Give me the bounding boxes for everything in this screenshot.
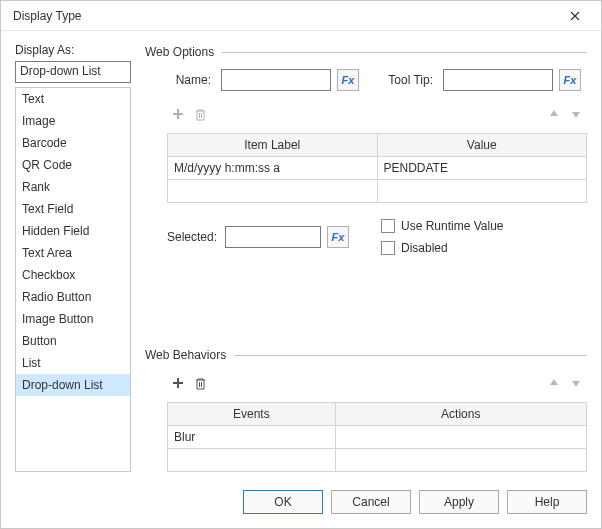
titlebar: Display Type xyxy=(1,1,601,31)
list-item[interactable]: Text xyxy=(16,88,130,110)
item-label-cell: M/d/yyyy h:mm:ss a xyxy=(168,157,378,180)
web-behaviors-header: Web Behaviors xyxy=(145,348,587,362)
selected-fx-button[interactable]: Fx xyxy=(327,226,349,248)
web-options-label: Web Options xyxy=(145,45,214,59)
action-cell xyxy=(335,426,586,449)
web-behaviors-label: Web Behaviors xyxy=(145,348,226,362)
value-col: Value xyxy=(377,134,587,157)
tooltip-input[interactable] xyxy=(443,69,553,91)
apply-button[interactable]: Apply xyxy=(419,490,499,514)
list-item[interactable]: Image xyxy=(16,110,130,132)
use-runtime-row: Use Runtime Value xyxy=(381,219,504,233)
divider xyxy=(234,355,587,356)
behaviors-table-header: Events Actions xyxy=(168,403,587,426)
right-column: Web Options Name: Fx Tool Tip: Fx xyxy=(145,43,587,472)
add-row-icon[interactable] xyxy=(167,103,189,125)
display-as-select[interactable]: Drop-down List xyxy=(15,61,131,83)
list-item[interactable]: Button xyxy=(16,330,130,352)
name-label: Name: xyxy=(167,73,211,87)
close-button[interactable] xyxy=(557,4,593,28)
use-runtime-checkbox[interactable] xyxy=(381,219,395,233)
list-item[interactable]: List xyxy=(16,352,130,374)
options-table-header: Item Label Value xyxy=(168,134,587,157)
list-item[interactable]: Rank xyxy=(16,176,130,198)
delete-row-icon[interactable] xyxy=(189,103,211,125)
table-row[interactable]: M/d/yyyy h:mm:ss aPENDDATE xyxy=(168,157,587,180)
list-item[interactable]: Checkbox xyxy=(16,264,130,286)
move-down-icon[interactable] xyxy=(565,103,587,125)
table-row-empty[interactable] xyxy=(168,449,587,472)
value-cell: PENDDATE xyxy=(377,157,587,180)
table-row[interactable]: Blur xyxy=(168,426,587,449)
disabled-label: Disabled xyxy=(401,241,448,255)
selected-row: Selected: Fx Use Runtime Value Disabled xyxy=(145,219,587,255)
list-item[interactable]: Text Field xyxy=(16,198,130,220)
options-table[interactable]: Item Label Value M/d/yyyy h:mm:ss aPENDD… xyxy=(167,133,587,203)
dialog-body: Display As: Drop-down List TextImageBarc… xyxy=(1,31,601,480)
name-input[interactable] xyxy=(221,69,331,91)
name-fx-button[interactable]: Fx xyxy=(337,69,359,91)
actions-col: Actions xyxy=(335,403,586,426)
left-column: Display As: Drop-down List TextImageBarc… xyxy=(15,43,131,472)
display-as-label: Display As: xyxy=(15,43,131,57)
add-behavior-icon[interactable] xyxy=(167,372,189,394)
window-title: Display Type xyxy=(13,9,557,23)
list-item[interactable]: Image Button xyxy=(16,308,130,330)
delete-behavior-icon[interactable] xyxy=(189,372,211,394)
list-item[interactable]: Radio Button xyxy=(16,286,130,308)
table-row-empty[interactable] xyxy=(168,180,587,203)
name-tooltip-row: Name: Fx Tool Tip: Fx xyxy=(145,69,587,91)
disabled-checkbox[interactable] xyxy=(381,241,395,255)
item-label-col: Item Label xyxy=(168,134,378,157)
behaviors-table[interactable]: Events Actions Blur xyxy=(167,402,587,472)
disabled-row: Disabled xyxy=(381,241,504,255)
tooltip-label: Tool Tip: xyxy=(385,73,433,87)
selected-input[interactable] xyxy=(225,226,321,248)
behavior-move-up-icon[interactable] xyxy=(543,372,565,394)
selected-label: Selected: xyxy=(167,230,215,244)
web-options-header: Web Options xyxy=(145,45,587,59)
behavior-move-down-icon[interactable] xyxy=(565,372,587,394)
list-item[interactable]: Text Area xyxy=(16,242,130,264)
list-item[interactable]: QR Code xyxy=(16,154,130,176)
tooltip-fx-button[interactable]: Fx xyxy=(559,69,581,91)
behaviors-toolbar xyxy=(145,372,587,394)
events-col: Events xyxy=(168,403,336,426)
help-button[interactable]: Help xyxy=(507,490,587,514)
dialog-window: Display Type Display As: Drop-down List … xyxy=(0,0,602,529)
options-toolbar xyxy=(145,103,587,125)
move-up-icon[interactable] xyxy=(543,103,565,125)
event-cell: Blur xyxy=(168,426,336,449)
cancel-button[interactable]: Cancel xyxy=(331,490,411,514)
display-as-list[interactable]: TextImageBarcodeQR CodeRankText FieldHid… xyxy=(15,87,131,472)
list-item[interactable]: Barcode xyxy=(16,132,130,154)
dialog-footer: OK Cancel Apply Help xyxy=(1,480,601,528)
use-runtime-label: Use Runtime Value xyxy=(401,219,504,233)
list-item[interactable]: Drop-down List xyxy=(16,374,130,396)
ok-button[interactable]: OK xyxy=(243,490,323,514)
divider xyxy=(222,52,587,53)
list-item[interactable]: Hidden Field xyxy=(16,220,130,242)
